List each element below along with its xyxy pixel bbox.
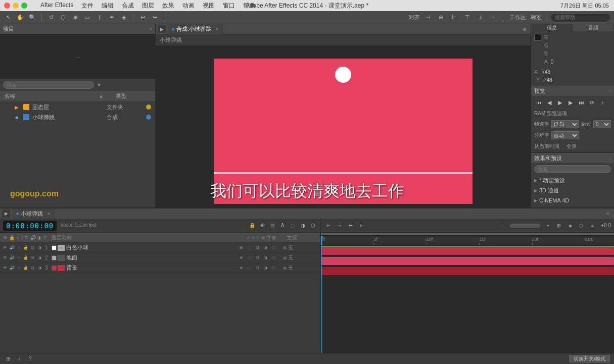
project-item-1[interactable]: ■ 小球弹跳 合成: [0, 112, 155, 122]
frame-rate-select[interactable]: (2.5): [551, 120, 579, 128]
shy-1[interactable]: ⊡: [30, 254, 36, 262]
next-frame-btn[interactable]: ▶: [566, 98, 575, 107]
playhead[interactable]: [321, 236, 322, 245]
toggle-motion-btn[interactable]: ◌: [288, 221, 297, 230]
tl-comp-btn[interactable]: ⬡: [577, 221, 586, 230]
effect-group-1[interactable]: ▶ 3D 通道: [531, 185, 614, 195]
layer-row-2[interactable]: 👁 🔊 ☆ 🔒 ⊡ ◑ 3 背景 ⊕ ◌ ⊡ ◑ ⬡: [0, 263, 320, 273]
visibility-1[interactable]: 👁: [2, 254, 8, 262]
timeline-list-btn[interactable]: ▶: [2, 210, 10, 218]
menu-composition[interactable]: 合成: [122, 2, 134, 10]
menu-window[interactable]: 窗口: [223, 2, 235, 10]
preview-minimize[interactable]: -: [609, 88, 611, 94]
3d-layer-0[interactable]: ⊡: [254, 244, 261, 251]
skip-to-start-btn[interactable]: ⏮: [534, 98, 543, 107]
blend-mode-switch-0[interactable]: ⊕: [238, 244, 245, 251]
tl-nav-btn-1[interactable]: ⊣: [335, 221, 344, 230]
comp-tab-active[interactable]: ■ 合成:小球弹跳 ×: [168, 24, 223, 34]
comp-panel-menu[interactable]: ≡: [521, 25, 529, 33]
track-matte-0[interactable]: ◌: [246, 244, 253, 251]
visibility-2[interactable]: 👁: [2, 265, 8, 272]
track-bar-2[interactable]: [321, 267, 614, 275]
lock-0[interactable]: 🔒: [23, 244, 29, 251]
text-tool[interactable]: T: [95, 13, 105, 23]
help-search-input[interactable]: [550, 13, 611, 22]
track-bar-1[interactable]: [321, 257, 614, 265]
effects-minimize[interactable]: -: [609, 155, 611, 161]
tl-more-btn[interactable]: ≡: [588, 221, 597, 230]
align-right-btn[interactable]: ⊢: [449, 13, 459, 23]
audio-0[interactable]: 🔊: [9, 244, 15, 251]
resolution-select[interactable]: 自动: [551, 131, 579, 139]
audio-2[interactable]: 🔊: [9, 265, 15, 272]
align-center-btn[interactable]: ⊕: [436, 13, 446, 23]
toggle-shy-btn[interactable]: 👁: [258, 221, 267, 230]
select-tool[interactable]: ↖: [3, 13, 13, 23]
prev-frame-btn[interactable]: ◀: [545, 98, 554, 107]
menu-edit[interactable]: 编辑: [102, 2, 114, 10]
tl-nav-btn-0[interactable]: ⊨: [324, 221, 333, 230]
pan-tool[interactable]: ⊕: [70, 13, 80, 23]
solo-0[interactable]: ☆: [16, 244, 22, 251]
3d-layer-1[interactable]: ⊡: [254, 254, 261, 262]
camera-tool[interactable]: ⬡: [58, 13, 68, 23]
continuous-0[interactable]: ◑: [36, 244, 42, 251]
toggle-lock-btn[interactable]: 🔒: [248, 221, 257, 230]
shy-2[interactable]: ⊡: [30, 265, 36, 272]
skip-to-end-btn[interactable]: ⏭: [577, 98, 586, 107]
toggle-frame-btn[interactable]: ⬡: [308, 221, 317, 230]
adj-2[interactable]: ⬡: [270, 265, 277, 272]
hand-tool[interactable]: ✋: [15, 13, 25, 23]
effect-group-2[interactable]: ▶ CINEMA 4D: [531, 195, 614, 205]
align-mid-btn[interactable]: ⊥: [476, 13, 486, 23]
project-panel-minimize[interactable]: ×: [149, 26, 152, 32]
menu-layer[interactable]: 图层: [142, 2, 154, 10]
tl-nav-btn-2[interactable]: ⊢: [346, 221, 355, 230]
toggle-adj-btn[interactable]: ◑: [298, 221, 307, 230]
tl-graph-btn[interactable]: ◈: [565, 221, 575, 230]
comp-list-btn[interactable]: ▶: [158, 25, 166, 33]
timeline-tab-active[interactable]: ■ 小球弹跳 ×: [12, 209, 55, 219]
toggle-collapse-btn[interactable]: ⊡: [268, 221, 277, 230]
tab-close-btn[interactable]: ×: [216, 26, 219, 32]
continuous-2[interactable]: ◑: [36, 265, 42, 272]
blend-mode-switch-1[interactable]: ⊕: [238, 254, 245, 262]
search-options-btn[interactable]: ▼: [95, 81, 103, 89]
redo-btn[interactable]: ↪: [150, 13, 160, 23]
track-matte-1[interactable]: ◌: [246, 254, 253, 262]
menu-animation[interactable]: 动画: [182, 2, 195, 10]
rotate-tool[interactable]: ↺: [46, 13, 56, 23]
close-button[interactable]: [4, 3, 10, 9]
effects-search-input[interactable]: [534, 165, 611, 173]
lock-2[interactable]: 🔒: [23, 265, 29, 272]
skip-select[interactable]: 0: [593, 120, 611, 128]
blend-mode-switch-2[interactable]: ⊕: [238, 265, 245, 272]
align-left-btn[interactable]: ⊣: [423, 13, 433, 23]
track-matte-2[interactable]: ◌: [246, 265, 253, 272]
menu-file[interactable]: 文件: [81, 2, 93, 10]
layer-row-0[interactable]: 👁 🔊 ☆ 🔒 ⊡ ◑ 1 ○ 白色小球 ⊕ ◌ ⊡ ◑ ⬡: [0, 243, 320, 253]
align-bottom-btn[interactable]: ⊦: [489, 13, 499, 23]
mask-tool[interactable]: ▭: [82, 13, 92, 23]
audio-btn[interactable]: ♪: [598, 98, 607, 107]
toggle-aa-btn[interactable]: A: [278, 221, 287, 230]
timeline-tab-close[interactable]: ×: [47, 211, 50, 217]
loop-btn[interactable]: ⟳: [587, 98, 596, 107]
motion-blur-0[interactable]: ◑: [262, 244, 269, 251]
minimize-button[interactable]: [13, 3, 19, 9]
pen-tool[interactable]: ✒: [107, 13, 117, 23]
motion-blur-1[interactable]: ◑: [262, 254, 269, 262]
tl-zoom-slider[interactable]: [510, 224, 540, 228]
info-tab-audio[interactable]: 音频: [573, 24, 614, 31]
layer-row-1[interactable]: 👁 🔊 ☆ 🔒 ⊡ ◑ 2 地面 ⊕ ◌ ⊡ ◑ ⬡: [0, 253, 320, 263]
menu-effects[interactable]: 效果: [162, 2, 174, 10]
motion-blur-2[interactable]: ◑: [262, 265, 269, 272]
menu-view[interactable]: 视图: [203, 2, 215, 10]
work-area-bar[interactable]: [321, 233, 614, 235]
effect-group-0[interactable]: ▶ * 动画预设: [531, 175, 614, 185]
continuous-1[interactable]: ◑: [36, 254, 42, 262]
3d-layer-2[interactable]: ⊡: [254, 265, 261, 272]
timeline-panel-menu[interactable]: ≡: [604, 210, 612, 218]
track-bar-0[interactable]: [321, 247, 614, 255]
shy-0[interactable]: ⊡: [30, 244, 36, 251]
